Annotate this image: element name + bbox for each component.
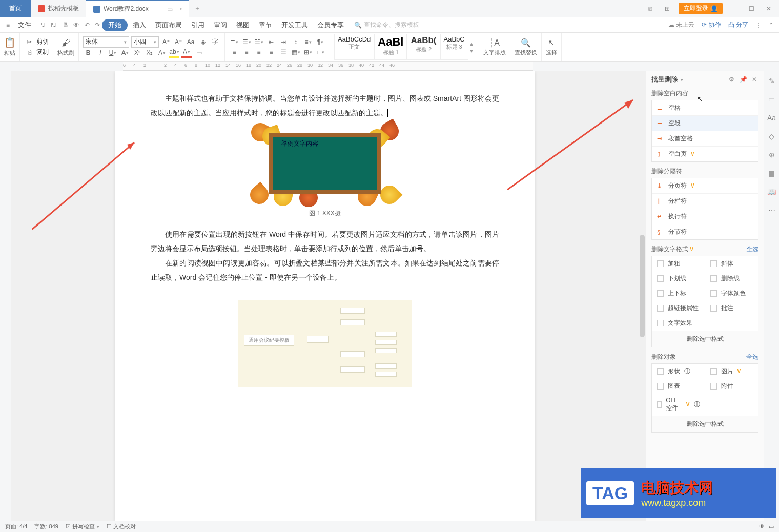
collapse-ribbon-icon[interactable]: ⌃ bbox=[769, 22, 774, 29]
text-effect-icon[interactable]: A▾ bbox=[157, 48, 167, 58]
status-words[interactable]: 字数: 849 bbox=[34, 523, 58, 530]
tab-document[interactable]: Word教程2.docx ▭ • bbox=[86, 0, 189, 17]
font-name-select[interactable]: 宋体▾ bbox=[83, 36, 129, 48]
shading-icon[interactable]: ▦▾ bbox=[291, 47, 301, 57]
mt-read-icon[interactable]: 📖 bbox=[767, 188, 776, 196]
item-pagebreak[interactable]: ⤓分页符 V bbox=[652, 178, 758, 194]
save-as-icon[interactable]: 🖫 bbox=[50, 22, 58, 29]
menu-insert[interactable]: 插入 bbox=[129, 18, 150, 32]
align-right-icon[interactable]: ≡ bbox=[254, 47, 264, 57]
font-size-select[interactable]: 小四▾ bbox=[131, 36, 159, 48]
horizontal-ruler[interactable]: 642 2468 10121416 18202224 26283032 3436… bbox=[123, 62, 533, 71]
item-blank-page[interactable]: ▯空白页 V bbox=[652, 147, 758, 161]
bullets-icon[interactable]: ≣▾ bbox=[229, 37, 239, 47]
delete-format-button[interactable]: 删除选中格式 bbox=[652, 331, 758, 347]
chk-subsup[interactable]: 上下标 bbox=[652, 286, 705, 301]
document-viewport[interactable]: 主题和样式也有助于文档保持协调。当您单击设计并选择新的主题时，图片、图表或 Sm… bbox=[11, 71, 639, 521]
item-colbreak[interactable]: ∥分栏符 bbox=[652, 194, 758, 209]
cloud-status[interactable]: ☁ 未上云 bbox=[668, 21, 694, 29]
menu-view[interactable]: 视图 bbox=[232, 18, 254, 32]
cut-icon[interactable]: ✂ bbox=[24, 37, 34, 47]
vertical-scrollbar[interactable] bbox=[639, 71, 646, 521]
group-find[interactable]: 🔍 查找替换 bbox=[510, 33, 542, 61]
mt-layout-icon[interactable]: ▦ bbox=[768, 169, 775, 177]
dec-indent-icon[interactable]: ⇤ bbox=[266, 37, 276, 47]
underline-icon[interactable]: U▾ bbox=[108, 48, 118, 58]
chk-bold[interactable]: 加粗 bbox=[652, 256, 705, 271]
tab-menu-icon[interactable]: ▭ bbox=[167, 6, 173, 13]
menu-icon[interactable]: ≡ bbox=[5, 22, 11, 29]
menu-review[interactable]: 审阅 bbox=[210, 18, 231, 32]
save-icon[interactable]: 🖫 bbox=[38, 22, 47, 29]
status-proof[interactable]: ☐ 文档校对 bbox=[107, 523, 136, 530]
mt-pen-icon[interactable]: ✎ bbox=[769, 77, 775, 85]
command-search[interactable]: 🔍 查找命令、搜索模板 bbox=[354, 21, 419, 29]
change-case-icon[interactable]: Aa bbox=[186, 37, 196, 47]
chk-link[interactable]: 超链接属性 bbox=[652, 301, 705, 316]
tab-templates[interactable]: 找稻壳模板 bbox=[31, 0, 86, 17]
mt-select-icon[interactable]: ▭ bbox=[768, 95, 775, 104]
font-color-icon[interactable]: A▾ bbox=[181, 48, 192, 58]
multilevel-icon[interactable]: ☱▾ bbox=[254, 37, 264, 47]
login-button[interactable]: 立即登录 👤 bbox=[679, 3, 723, 14]
mt-ruler-icon[interactable]: ⊕ bbox=[769, 151, 775, 159]
chk-effect[interactable]: 文字效果 bbox=[652, 316, 705, 331]
align-center-icon[interactable]: ≡ bbox=[241, 47, 252, 57]
tab-add[interactable]: ＋ bbox=[189, 0, 206, 17]
apps-icon[interactable]: ⊞ bbox=[661, 5, 673, 12]
item-linebreak[interactable]: ↵换行符 bbox=[652, 209, 758, 224]
maximize-icon[interactable]: ☐ bbox=[745, 5, 757, 12]
bold-icon[interactable]: B bbox=[83, 48, 93, 58]
line-spacing-icon[interactable]: ≡▾ bbox=[303, 37, 313, 47]
highlight-icon[interactable]: ab▾ bbox=[169, 48, 179, 58]
copy-icon[interactable]: ⎘ bbox=[24, 47, 34, 57]
item-space[interactable]: ☰空格 bbox=[652, 100, 758, 116]
select-all-format[interactable]: 全选 bbox=[746, 245, 758, 254]
group-typeset[interactable]: ┆A 文字排版 bbox=[479, 33, 510, 61]
select-all-object[interactable]: 全选 bbox=[746, 353, 758, 361]
char-border-icon[interactable]: ▭ bbox=[194, 48, 204, 58]
gear-icon[interactable]: ⚙ bbox=[727, 76, 736, 83]
chk-ole[interactable]: OLE控件 V ⓘ bbox=[652, 394, 705, 416]
phonetic-icon[interactable]: 字 bbox=[210, 37, 220, 47]
item-blank-para[interactable]: ☰空段 bbox=[652, 116, 758, 131]
view-mode-icon[interactable]: ▭ bbox=[769, 523, 774, 530]
mt-shape-icon[interactable]: ◇ bbox=[769, 132, 774, 140]
distribute-icon[interactable]: ☰ bbox=[278, 47, 289, 57]
vertical-ruler[interactable] bbox=[0, 71, 11, 521]
italic-icon[interactable]: I bbox=[95, 48, 106, 58]
strike-icon[interactable]: A̶▾ bbox=[120, 48, 130, 58]
image-chalkboard[interactable]: 举例文字内容 bbox=[253, 125, 397, 202]
chk-strike[interactable]: 删除线 bbox=[705, 271, 758, 286]
print-icon[interactable]: 🖶 bbox=[61, 22, 69, 29]
chk-chart[interactable]: 图表 bbox=[652, 379, 705, 394]
align-left-icon[interactable]: ≡ bbox=[229, 47, 239, 57]
mt-style-icon[interactable]: Aa bbox=[767, 114, 776, 122]
item-sectionbreak[interactable]: §分节符 bbox=[652, 224, 758, 239]
scrollbar-thumb[interactable] bbox=[640, 235, 645, 337]
layout-icon[interactable]: ⎚ bbox=[644, 5, 656, 12]
chk-shape[interactable]: 形状 ⓘ bbox=[652, 364, 705, 379]
style-h1[interactable]: AaBl标题 1 bbox=[374, 34, 407, 60]
menu-file[interactable]: 文件 bbox=[14, 18, 35, 32]
superscript-icon[interactable]: X² bbox=[132, 48, 142, 58]
chk-fontcolor[interactable]: 字体颜色 bbox=[705, 286, 758, 301]
show-marks-icon[interactable]: ¶▾ bbox=[315, 37, 325, 47]
clear-format-icon[interactable]: ◈ bbox=[198, 37, 208, 47]
style-normal[interactable]: AaBbCcDd正文 bbox=[334, 34, 374, 60]
grow-font-icon[interactable]: A⁺ bbox=[161, 37, 171, 47]
chk-italic[interactable]: 斜体 bbox=[705, 256, 758, 271]
tab-close-icon[interactable]: • bbox=[180, 6, 182, 13]
undo-icon[interactable]: ↶ bbox=[84, 22, 91, 29]
close-icon[interactable]: ✕ bbox=[763, 5, 775, 12]
chk-image[interactable]: 图片 V bbox=[705, 364, 758, 379]
chk-comment[interactable]: 批注 bbox=[705, 301, 758, 316]
chk-underline[interactable]: 下划线 bbox=[652, 271, 705, 286]
group-select[interactable]: ↖ 选择 bbox=[542, 33, 562, 61]
sort-icon[interactable]: ↕ bbox=[291, 37, 301, 47]
style-up-icon[interactable]: ▴ bbox=[470, 40, 473, 47]
status-spell[interactable]: ☑ 拼写检查 ▾ bbox=[66, 523, 99, 530]
view-eye-icon[interactable]: 👁 bbox=[759, 523, 765, 530]
style-h2[interactable]: AaBb(标题 2 bbox=[407, 34, 440, 60]
borders-icon[interactable]: ⊞▾ bbox=[303, 47, 313, 57]
